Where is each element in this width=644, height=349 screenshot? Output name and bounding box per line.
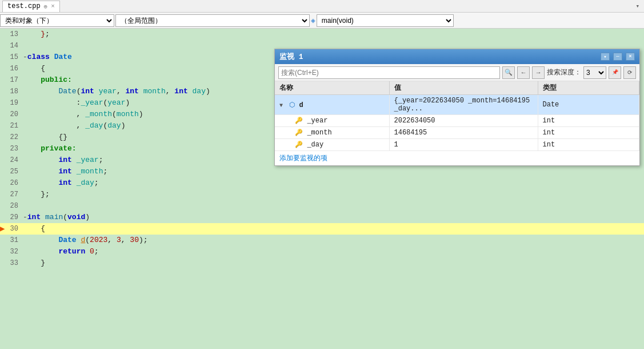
watch-name-year: _year <box>307 117 327 125</box>
watch-toolbar: 🔍 ← → 搜索深度： 3 📌 ⟳ <box>275 64 639 81</box>
watch-cell-name-d: ▼ ⬡ d <box>275 95 389 115</box>
watch-cell-type-month: int <box>538 127 639 139</box>
watch-cell-value-d: {_year=2022634050 _month=14684195 _day..… <box>389 95 538 115</box>
field-icon-day: 🔑 <box>295 141 303 148</box>
watch-name-month: _month <box>307 129 331 137</box>
watch-minimize-button[interactable]: ─ <box>613 53 622 61</box>
scope-select[interactable]: （全局范围） <box>115 14 310 27</box>
code-line-33: 33 } <box>0 257 644 269</box>
watch-cell-name-year: 🔑 _year <box>275 115 389 127</box>
col-value: 值 <box>389 81 538 95</box>
watch-table: 名称 值 类型 ▼ ⬡ d {_year=2022634050 _month=1… <box>275 81 639 151</box>
watch-cell-type-year: int <box>538 115 639 127</box>
watch-depth-select[interactable]: 3 <box>583 66 606 79</box>
watch-search-icon[interactable]: 🔍 <box>502 66 515 79</box>
scroll-indicator: ▾ <box>635 2 642 10</box>
function-select[interactable]: main(void) <box>317 14 454 27</box>
watch-back-button[interactable]: ← <box>517 66 530 79</box>
watch-cell-type-day: int <box>538 139 639 151</box>
toolbar: 类和对象（下） （全局范围） ◈ main(void) <box>0 13 644 29</box>
watch-pin-button[interactable]: ▾ <box>601 53 610 61</box>
tab-close-icon[interactable]: × <box>51 3 55 10</box>
code-line-28: 28 <box>0 200 644 212</box>
code-line-29: 29 -int main(void) <box>0 212 644 223</box>
watch-title-bar: 监视 1 ▾ ─ × <box>275 49 639 64</box>
col-name: 名称 <box>275 81 389 95</box>
watch-refresh-button[interactable]: ⟳ <box>623 66 636 79</box>
code-line-32: 32 return 0; <box>0 246 644 257</box>
watch-cell-name-day: 🔑 _day <box>275 139 389 151</box>
field-icon-year: 🔑 <box>295 117 303 124</box>
title-bar: test.cpp ⊕ × ▾ <box>0 0 644 13</box>
editor-container: 13 }; 14 15 -class Date 16 { 17 <box>0 29 644 349</box>
watch-row-month[interactable]: 🔑 _month 14684195 int <box>275 127 639 139</box>
watch-cell-value-month: 14684195 <box>389 127 538 139</box>
class-select[interactable]: 类和对象（下） <box>0 14 114 27</box>
watch-close-button[interactable]: × <box>626 53 635 61</box>
tab-label: test.cpp <box>7 2 41 10</box>
add-watch-item[interactable]: 添加要监视的项 <box>275 151 639 165</box>
code-line-31: 31 Date d(2023, 3, 30); <box>0 235 644 246</box>
tab-pin-icon[interactable]: ⊕ <box>44 3 48 10</box>
expand-icon-d[interactable]: ▼ <box>279 102 283 109</box>
field-icon-month: 🔑 <box>295 129 303 136</box>
watch-depth-label: 搜索深度： <box>547 68 581 77</box>
watch-panel: 监视 1 ▾ ─ × 🔍 ← → 搜索深度： 3 📌 ⟳ 名称 值 <box>274 49 640 166</box>
code-line-25: 25 int _month; <box>0 166 644 177</box>
watch-name-day: _day <box>307 141 323 149</box>
code-line-26: 26 int _day; <box>0 177 644 189</box>
watch-cell-value-year: 2022634050 <box>389 115 538 127</box>
watch-table-header: 名称 值 类型 <box>275 81 639 95</box>
watch-search-input[interactable] <box>278 66 500 79</box>
file-tab[interactable]: test.cpp ⊕ × <box>2 1 60 12</box>
code-line-30: ▶ 30 { <box>0 223 644 235</box>
code-line-27: 27 }; <box>0 189 644 200</box>
watch-row-year[interactable]: 🔑 _year 2022634050 int <box>275 115 639 127</box>
watch-cell-value-day: 1 <box>389 139 538 151</box>
watch-title: 监视 1 <box>279 51 303 62</box>
watch-cell-type-d: Date <box>538 95 639 115</box>
watch-forward-button[interactable]: → <box>532 66 545 79</box>
watch-cell-name-month: 🔑 _month <box>275 127 389 139</box>
code-line-13: 13 }; <box>0 29 644 40</box>
exec-arrow-icon: ▶ <box>0 223 5 235</box>
col-type: 类型 <box>538 81 639 95</box>
watch-name-d: d <box>299 101 303 109</box>
watch-pin2-button[interactable]: 📌 <box>609 66 621 79</box>
watch-row-day[interactable]: 🔑 _day 1 int <box>275 139 639 151</box>
object-icon-d: ⬡ <box>289 101 295 109</box>
watch-row-d[interactable]: ▼ ⬡ d {_year=2022634050 _month=14684195 … <box>275 95 639 115</box>
function-icon: ◈ <box>311 16 315 25</box>
